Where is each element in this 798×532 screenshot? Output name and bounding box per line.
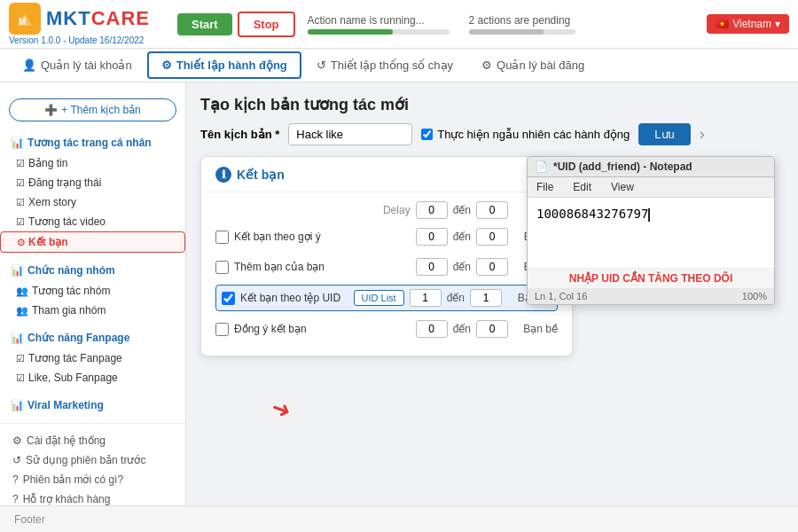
uid-list-button[interactable]: UID List [354, 290, 404, 306]
delay-from-input[interactable] [416, 201, 448, 219]
footer-item-phien-ban[interactable]: ?Phiên bản mới có gì? [9, 470, 176, 489]
ban-cua-ban-checkbox[interactable] [215, 261, 229, 274]
stop-button[interactable]: Stop [238, 12, 295, 37]
tab-quan-ly-label: Quản lý tài khoản [41, 59, 132, 72]
app-header: M MKTCARE Version 1.0.0 - Update 16/12/2… [0, 0, 798, 49]
sidebar-label-tham-gia-nhom: Tham gia nhóm [32, 304, 106, 317]
action-status: Action name is running... [308, 14, 450, 35]
panel-row-goi-y: Kết bạn theo gợi ý đến Bạn bè [215, 224, 558, 249]
footer-label-su-dung: Sử dụng phiên bản trước [26, 454, 145, 466]
check-icon: ☑ [16, 158, 25, 169]
actions-pending-label: 2 actions are pending [469, 14, 571, 27]
notepad-content: 100086843276797 [536, 207, 648, 221]
notepad-status-right: 100% [742, 291, 767, 301]
vietnam-flag-button[interactable]: 🇻🇳 Vietnam ▾ [707, 14, 789, 34]
tep-uid-to-input[interactable] [470, 289, 502, 307]
panel-title-label: Kết bạn [237, 168, 285, 182]
app-version: Version 1.0.0 - Update 16/12/2022 [9, 35, 144, 45]
sidebar-section-fanpage: 📊 Chức năng Fanpage ☑Tương tác Fanpage ☑… [0, 324, 185, 391]
footer-label: Footer [14, 513, 45, 526]
tab-quan-ly-tai-khoan[interactable]: 👤 Quản lý tài khoản [9, 52, 145, 78]
section-label-viral: Viral Marketing [27, 399, 104, 411]
chart-icon: 📊 [11, 137, 24, 149]
sidebar-item-tuong-tac-nhom[interactable]: 👥Tương tác nhóm [0, 281, 185, 301]
sidebar-item-ket-ban[interactable]: ⊙Kết bạn [0, 231, 185, 253]
friend-icon: ⊙ [17, 237, 25, 248]
random-checkbox[interactable] [421, 129, 433, 140]
sidebar-label-bang-tin: Bảng tin [28, 157, 67, 169]
chevron-down-icon: ▾ [775, 18, 780, 30]
sidebar-item-tuong-tac-fanpage[interactable]: ☑Tương tác Fanpage [0, 348, 185, 368]
random-checkbox-group[interactable]: Thực hiện ngẫu nhiên các hành động [421, 128, 630, 141]
goi-y-from-input[interactable] [416, 228, 448, 246]
section-title-tuong-tac: 📊 Tương tác trang cá nhân [0, 132, 185, 153]
notepad-status-left: Ln 1, Col 16 [535, 291, 587, 301]
tab-bai-dang-label: Quản lý bài đăng [497, 59, 584, 72]
sidebar-label-like-sub: Like, Sub Fanpage [28, 372, 118, 384]
sidebar-item-bang-tin[interactable]: ☑Bảng tin [0, 153, 185, 173]
logo-svg: M [12, 6, 37, 31]
question-icon: ? [12, 473, 19, 486]
scene-name-label: Tên kịch bản * [200, 128, 279, 141]
sidebar-item-tuong-tac-video[interactable]: ☑Tương tác video [0, 212, 185, 231]
tab-thiet-lap-thong-so[interactable]: ↺ Thiết lập thống số chạy [303, 52, 466, 78]
content-area: Tạo kịch bản tương tác mới Tên kịch bản … [186, 82, 798, 505]
scene-name-row: Tên kịch bản * Thực hiện ngẫu nhiên các … [200, 123, 784, 145]
panel-container: ℹ Kết bạn ✕ Delay đến [200, 156, 573, 356]
actions-pending-area: 2 actions are pending [455, 13, 575, 35]
ban-cua-ban-label: Thêm bạn của bạn [234, 261, 411, 273]
chart-icon-4: 📊 [11, 399, 24, 411]
tep-uid-from-input[interactable] [410, 289, 442, 307]
start-button[interactable]: Start [177, 13, 232, 35]
tab-thiet-lap-hanh-dong[interactable]: ⚙ Thiết lập hành động [147, 51, 301, 79]
sidebar-item-xem-story[interactable]: ☑Xem story [0, 192, 185, 212]
scene-name-input[interactable] [288, 123, 412, 145]
sidebar-item-like-sub-fanpage[interactable]: ☑Like, Sub Fanpage [0, 368, 185, 387]
pending-bar [469, 29, 575, 35]
notepad-view-menu[interactable]: View [602, 179, 643, 195]
goi-y-to-input[interactable] [476, 228, 508, 246]
action-progress-fill [308, 29, 393, 35]
notepad-file-icon: 📄 [535, 160, 548, 173]
dong-y-from-input[interactable] [416, 320, 448, 338]
sidebar-label-tuong-tac-video: Tương tác video [28, 215, 106, 228]
footer-item-cai-dat[interactable]: ⚙Cài đặt hệ thống [9, 431, 176, 450]
ban-cua-ban-from-input[interactable] [416, 258, 448, 276]
goi-y-checkbox[interactable] [215, 231, 229, 244]
delay-to-input[interactable] [476, 201, 508, 219]
add-scene-button[interactable]: ➕ + Thêm kịch bản [9, 98, 176, 121]
dong-y-to-input[interactable] [476, 320, 508, 338]
sidebar-item-tham-gia-nhom[interactable]: 👥Tham gia nhóm [0, 301, 185, 320]
logo-icon: M [9, 3, 41, 35]
section-title-viral: 📊 Viral Marketing [0, 395, 185, 416]
ban-cua-ban-to-input[interactable] [476, 258, 508, 276]
group-icon: 👥 [16, 286, 28, 297]
tep-uid-checkbox[interactable] [222, 292, 235, 305]
tab-quan-ly-bai-dang[interactable]: ⚙ Quản lý bài đăng [468, 52, 598, 78]
panel-header: ℹ Kết bạn ✕ [201, 157, 572, 192]
sidebar: ➕ + Thêm kịch bản 📊 Tương tác trang cá n… [0, 82, 186, 505]
footer-label-ho-tro: Hỗ trợ khách hàng [23, 493, 111, 505]
notepad-header: 📄 *UID (add_friend) - Notepad [528, 157, 774, 177]
question-icon-2: ? [12, 493, 19, 505]
save-button[interactable]: Lưu [638, 123, 690, 145]
logo-text: MKTCARE [46, 7, 150, 30]
goi-y-label: Kết bạn theo gợi ý [234, 231, 411, 243]
notepad-file-menu[interactable]: File [528, 179, 562, 195]
action-progress-bar [308, 29, 450, 35]
notepad-menu: File Edit View [528, 177, 774, 198]
user-icon: 👤 [22, 59, 36, 72]
settings-icon-2: ⚙ [12, 434, 22, 447]
footer-item-ho-tro[interactable]: ?Hỗ trợ khách hàng [9, 489, 176, 505]
nav-tabs: 👤 Quản lý tài khoản ⚙ Thiết lập hành độn… [0, 49, 798, 82]
dong-y-checkbox[interactable] [215, 323, 229, 336]
sidebar-label-tuong-tac-nhom: Tương tác nhóm [32, 285, 110, 297]
expand-icon[interactable]: › [700, 125, 705, 144]
notepad-edit-menu[interactable]: Edit [564, 179, 600, 195]
tab-thiet-lap-label: Thiết lập hành động [176, 59, 287, 72]
footer-item-su-dung[interactable]: ↺Sử dụng phiên bản trước [9, 450, 176, 470]
header-right: 🇻🇳 Vietnam ▾ [707, 14, 789, 34]
notepad-body[interactable]: 100086843276797 [528, 198, 774, 269]
sidebar-item-dang-trang-thai[interactable]: ☑Đăng trạng thái [0, 173, 185, 192]
check-icon-4: ☑ [16, 216, 25, 228]
